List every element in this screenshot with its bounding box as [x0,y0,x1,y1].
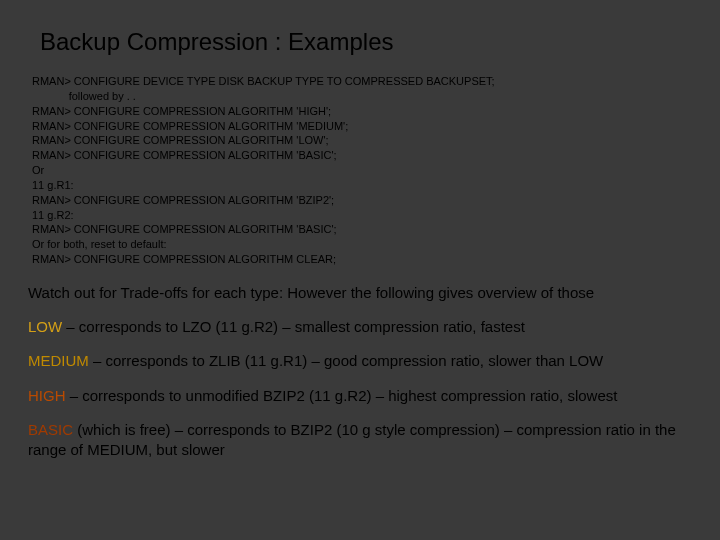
level-high-label: HIGH [28,387,66,404]
slide-title: Backup Compression : Examples [0,0,720,74]
level-high: HIGH – corresponds to unmodified BZIP2 (… [28,386,700,406]
slide: Backup Compression : Examples RMAN> CONF… [0,0,720,540]
code-block: RMAN> CONFIGURE DEVICE TYPE DISK BACKUP … [0,74,720,267]
level-medium-desc: – corresponds to ZLIB (11 g.R1) – good c… [89,352,603,369]
code-line: RMAN> CONFIGURE COMPRESSION ALGORITHM CL… [32,253,336,265]
level-low-desc: – corresponds to LZO (11 g.R2) – smalles… [62,318,525,335]
code-line: RMAN> CONFIGURE DEVICE TYPE DISK BACKUP … [32,75,495,87]
level-basic-desc: (which is free) – corresponds to BZIP2 (… [28,421,676,458]
body-text: Watch out for Trade-offs for each type: … [0,267,720,461]
code-line: 11 g.R2: [32,209,74,221]
level-low: LOW – corresponds to LZO (11 g.R2) – sma… [28,317,700,337]
level-high-desc: – corresponds to unmodified BZIP2 (11 g.… [66,387,618,404]
code-line: RMAN> CONFIGURE COMPRESSION ALGORITHM 'L… [32,134,329,146]
code-line: 11 g.R1: [32,179,74,191]
intro-paragraph: Watch out for Trade-offs for each type: … [28,283,700,303]
level-basic-label: BASIC [28,421,73,438]
code-line: RMAN> CONFIGURE COMPRESSION ALGORITHM 'B… [32,194,334,206]
level-medium: MEDIUM – corresponds to ZLIB (11 g.R1) –… [28,351,700,371]
level-medium-label: MEDIUM [28,352,89,369]
level-low-label: LOW [28,318,62,335]
code-line: Or [32,164,44,176]
code-line: RMAN> CONFIGURE COMPRESSION ALGORITHM 'B… [32,223,337,235]
code-line: followed by . . [32,90,136,102]
code-line: RMAN> CONFIGURE COMPRESSION ALGORITHM 'B… [32,149,337,161]
level-basic: BASIC (which is free) – corresponds to B… [28,420,700,461]
code-line: Or for both, reset to default: [32,238,167,250]
code-line: RMAN> CONFIGURE COMPRESSION ALGORITHM 'H… [32,105,331,117]
code-line: RMAN> CONFIGURE COMPRESSION ALGORITHM 'M… [32,120,348,132]
